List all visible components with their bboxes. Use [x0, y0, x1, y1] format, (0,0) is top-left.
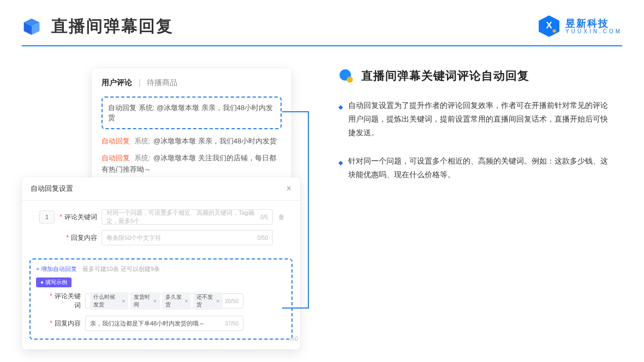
keyword-label: 评论关键词 — [59, 213, 97, 222]
ex-keyword-input[interactable]: 什么时候发货× 发货时间× 多久发货× 还不发货× 20/50 — [85, 293, 243, 309]
ex-keyword-label: 评论关键词 — [46, 292, 81, 310]
comments-tabs: 用户评论 | 待播商品 — [102, 78, 282, 88]
tag-item[interactable]: 还不发货× — [193, 292, 223, 310]
ex-content-label: 回复内容 — [46, 319, 81, 328]
tag-item[interactable]: 多久发货× — [162, 292, 192, 310]
outer-count: /50 — [290, 336, 298, 342]
cube-icon — [22, 17, 41, 37]
ex-kw-count: 20/50 — [225, 298, 238, 304]
content-label: 回复内容 — [59, 233, 97, 243]
comments-card: 用户评论 | 待播商品 自动回复 系统: @冰墩墩本墩 亲亲，我们48小时内发货… — [92, 68, 291, 191]
svg-point-7 — [347, 76, 353, 82]
content-count: 0/50 — [258, 235, 268, 241]
add-auto-reply-link[interactable]: + 增加自动回复 — [36, 266, 77, 272]
section-heading: 直播间弹幕关键词评论自动回复 — [361, 68, 529, 83]
svg-point-5 — [553, 29, 556, 33]
brand-hex-icon: X — [537, 14, 561, 38]
keyword-input[interactable]: 对同一个问题，可设置多个相近、高频的关键词，Tag确定，最多5个 0/5 — [102, 209, 273, 225]
brand-name: 昱新科技 — [565, 19, 622, 28]
tab-pending-goods[interactable]: 待播商品 — [147, 78, 177, 87]
page-title: 直播间弹幕回复 — [51, 15, 174, 38]
bullet-2: ◆ 针对同一个问题，可设置多个相近的、高频的关键词。例如：这款多少钱、这块能优惠… — [338, 154, 611, 182]
content-input[interactable]: 每条限50个中文字符 0/50 — [102, 230, 273, 245]
message-item: 自动回复 系统: @冰墩墩本墩 亲亲，我们48小时内发货 — [102, 136, 282, 147]
bullet-1: ◆ 自动回复设置为了提升作者的评论回复效率，作者可在开播前针对常见的评论用户问题… — [338, 99, 611, 140]
example-section: + 增加自动回复 最多可建10条 还可以创建9条 ● 填写示例 评论关键词 什么… — [29, 258, 293, 340]
svg-text:X: X — [546, 20, 552, 31]
tag-item[interactable]: 什么时候发货× — [90, 292, 128, 310]
example-badge: ● 填写示例 — [36, 277, 71, 287]
auto-reply-tag: 自动回复 — [108, 104, 136, 112]
drag-handle-icon[interactable]: ⋮⋮ — [31, 214, 36, 220]
brand-logo: X 昱新科技 YUUXIN.COM — [537, 14, 622, 38]
row-number: 1 — [39, 210, 55, 224]
keyword-count: 0/5 — [260, 214, 268, 220]
ex-content-count: 37/50 — [225, 321, 238, 327]
tab-user-comments[interactable]: 用户评论 — [102, 78, 132, 87]
trash-icon[interactable]: 🗑 — [278, 213, 287, 221]
highlighted-message: 自动回复 系统: @冰墩墩本墩 亲亲，我们48小时内发货 — [102, 96, 282, 129]
close-icon[interactable]: × — [287, 184, 291, 194]
auto-reply-settings-modal: 自动回复设置 × ⋮⋮ 1 评论关键词 对同一个问题，可设置多个相近、高频的关键… — [22, 177, 300, 349]
chat-bubble-icon — [338, 68, 354, 83]
message-item: 自动回复 系统: @冰墩墩本墩 关注我们的店铺，每日都有热门推荐呦～ — [102, 153, 282, 176]
add-hint: 最多可建10条 还可以创建9条 — [82, 266, 160, 272]
brand-url: YUUXIN.COM — [565, 28, 622, 34]
ex-content-input[interactable]: 亲，我们这边都是下单48小时内发货的哦～ 37/50 — [85, 316, 243, 331]
modal-title: 自动回复设置 — [31, 184, 73, 194]
tag-item[interactable]: 发货时间× — [130, 292, 160, 310]
